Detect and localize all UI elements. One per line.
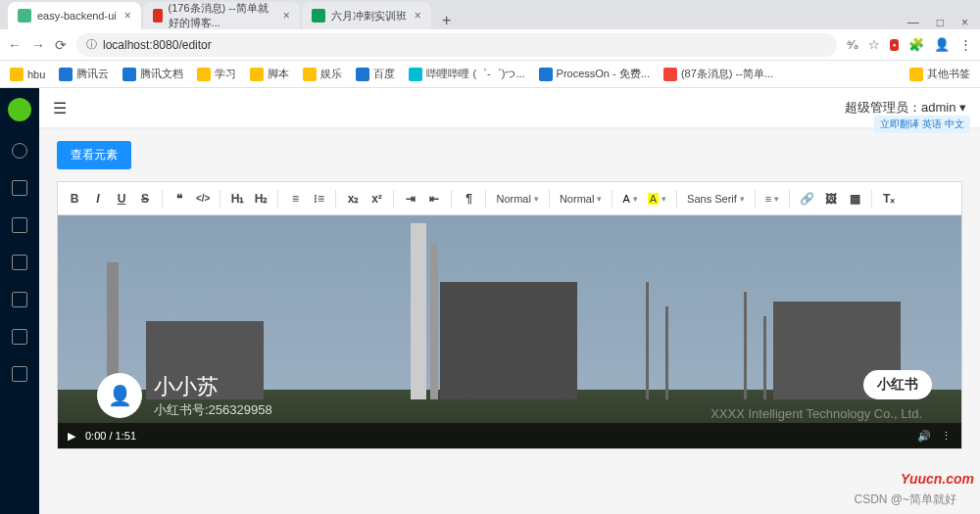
- menu-icon[interactable]: ⋮: [959, 37, 972, 52]
- bold-button[interactable]: B: [68, 192, 81, 206]
- tab-title: (176条消息) --简单就好的博客...: [169, 1, 275, 30]
- bookmark-tencent-docs[interactable]: 腾讯文档: [122, 67, 183, 81]
- bookmarks-bar: hbu 腾讯云 腾讯文档 学习 脚本 娱乐 百度 哔哩哔哩 (゜-゜)つ... …: [0, 61, 980, 88]
- bookmark-hbu[interactable]: hbu: [10, 68, 45, 81]
- underline-button[interactable]: U: [115, 192, 128, 206]
- new-tab-button[interactable]: +: [433, 12, 461, 29]
- tab-title: easy-backend-ui: [37, 10, 117, 22]
- size-select[interactable]: Normal▾: [496, 193, 538, 205]
- address-bar: ← → ⟳ ⓘ localhost:8080/editor ᵃ⁄ₐ ☆ ▪ 🧩 …: [0, 29, 980, 61]
- url-input[interactable]: ⓘ localhost:8080/editor: [76, 33, 837, 57]
- bgcolor-select[interactable]: A▾: [648, 193, 666, 205]
- bookmark-scripts[interactable]: 脚本: [250, 67, 289, 81]
- tab-1[interactable]: easy-backend-ui ×: [8, 2, 141, 29]
- video-user-overlay: 👤 小小苏 小红书号:256329958: [97, 372, 272, 419]
- close-icon[interactable]: ×: [124, 9, 131, 23]
- indent-button[interactable]: ⇥: [404, 192, 417, 206]
- avatar: 👤: [97, 373, 142, 418]
- nav-icon-3[interactable]: [12, 255, 27, 270]
- extensions-icon[interactable]: 🧩: [908, 37, 924, 52]
- back-button[interactable]: ←: [8, 37, 22, 53]
- view-element-button[interactable]: 查看元素: [57, 141, 131, 169]
- superscript-button[interactable]: x²: [369, 192, 383, 206]
- close-icon[interactable]: ×: [283, 9, 290, 23]
- nav-icon-4[interactable]: [12, 292, 27, 307]
- close-window-button[interactable]: ×: [961, 16, 968, 29]
- video-player[interactable]: 👤 小小苏 小红书号:256329958 小红书 XXXX Intelligen…: [58, 215, 961, 448]
- direction-button[interactable]: ¶: [462, 192, 475, 206]
- nav-icon-1[interactable]: [12, 180, 27, 196]
- extension-badge[interactable]: ▪: [890, 39, 899, 51]
- menu-toggle-icon[interactable]: ☰: [53, 99, 67, 117]
- link-button[interactable]: 🔗: [800, 192, 814, 206]
- tab-3[interactable]: 六月冲刺实训班 ×: [302, 2, 431, 29]
- ordered-list-button[interactable]: ≡: [288, 192, 302, 206]
- video-time: 0:00 / 1:51: [85, 430, 136, 442]
- minimize-button[interactable]: —: [907, 16, 919, 29]
- align-select[interactable]: ≡▾: [765, 193, 779, 205]
- font-select[interactable]: Sans Serif▾: [687, 193, 745, 205]
- video-username: 小小苏: [154, 372, 272, 401]
- editor-toolbar: B I U S ❝ </> H₁ H₂ ≡ ⁝≡ x₂ x²: [58, 182, 961, 215]
- profile-icon[interactable]: 👤: [934, 37, 950, 52]
- close-icon[interactable]: ×: [415, 9, 421, 23]
- browser-tab-strip: easy-backend-ui × (176条消息) --简单就好的博客... …: [0, 0, 980, 29]
- nav-icon-2[interactable]: [12, 217, 27, 233]
- image-button[interactable]: 🖼: [824, 192, 838, 206]
- subscript-button[interactable]: x₂: [346, 192, 360, 206]
- play-button[interactable]: ▶: [68, 430, 75, 443]
- topbar: ☰ 超级管理员：admin ▾: [39, 88, 980, 127]
- favicon: [153, 9, 163, 23]
- italic-button[interactable]: I: [91, 192, 105, 206]
- volume-button[interactable]: 🔊: [917, 430, 931, 443]
- bookmark-csdn[interactable]: (87条消息) --简单...: [663, 67, 773, 81]
- favicon: [312, 9, 325, 23]
- author-watermark: CSDN @~简单就好: [854, 491, 956, 508]
- h1-button[interactable]: H₁: [230, 192, 244, 206]
- strike-button[interactable]: S: [138, 192, 152, 206]
- more-button[interactable]: ⋮: [941, 430, 952, 443]
- outdent-button[interactable]: ⇤: [427, 192, 441, 206]
- forward-button[interactable]: →: [31, 37, 45, 53]
- video-button[interactable]: ▦: [848, 192, 861, 206]
- maximize-button[interactable]: □: [937, 16, 944, 29]
- app-logo[interactable]: [8, 98, 31, 121]
- bookmark-entertainment[interactable]: 娱乐: [303, 67, 342, 81]
- site-info-icon: ⓘ: [86, 37, 97, 52]
- header-select[interactable]: Normal▾: [560, 193, 602, 205]
- unordered-list-button[interactable]: ⁝≡: [312, 192, 325, 206]
- reload-button[interactable]: ⟳: [55, 37, 67, 53]
- sidebar: [0, 88, 39, 514]
- clean-button[interactable]: Tₓ: [882, 192, 896, 206]
- video-controls: ▶ 0:00 / 1:51 🔊 ⋮: [58, 423, 961, 448]
- nav-icon-5[interactable]: [12, 329, 27, 345]
- quote-button[interactable]: ❝: [172, 192, 186, 206]
- settings-icon[interactable]: [12, 143, 27, 159]
- tab-2[interactable]: (176条消息) --简单就好的博客... ×: [143, 2, 300, 29]
- bookmark-study[interactable]: 学习: [197, 67, 236, 81]
- color-select[interactable]: A▾: [622, 193, 637, 205]
- favicon: [18, 9, 31, 23]
- bookmark-processon[interactable]: ProcessOn - 免费...: [539, 67, 650, 81]
- translate-hint[interactable]: 立即翻译 英语 中文: [874, 116, 970, 133]
- star-icon[interactable]: ☆: [868, 37, 880, 52]
- bookmark-baidu[interactable]: 百度: [356, 67, 395, 81]
- tab-title: 六月冲刺实训班: [331, 9, 407, 23]
- bookmark-bilibili[interactable]: 哔哩哔哩 (゜-゜)つ...: [409, 67, 524, 81]
- admin-label[interactable]: 超级管理员：admin ▾: [845, 99, 966, 117]
- code-button[interactable]: </>: [196, 193, 210, 204]
- video-user-id: 小红书号:256329958: [154, 401, 272, 419]
- url-text: localhost:8080/editor: [103, 38, 212, 52]
- site-watermark: Yuucn.com: [901, 471, 974, 487]
- xiaohongshu-badge: 小红书: [863, 370, 932, 399]
- nav-icon-6[interactable]: [12, 366, 27, 382]
- bookmark-other[interactable]: 其他书签: [909, 67, 970, 81]
- h2-button[interactable]: H₂: [254, 192, 268, 206]
- translate-icon[interactable]: ᵃ⁄ₐ: [847, 37, 858, 52]
- rich-editor: B I U S ❝ </> H₁ H₂ ≡ ⁝≡ x₂ x²: [57, 181, 962, 449]
- company-watermark: XXXX Intelligent Technology Co., Ltd.: [710, 406, 922, 421]
- bookmark-tencent-cloud[interactable]: 腾讯云: [59, 67, 109, 81]
